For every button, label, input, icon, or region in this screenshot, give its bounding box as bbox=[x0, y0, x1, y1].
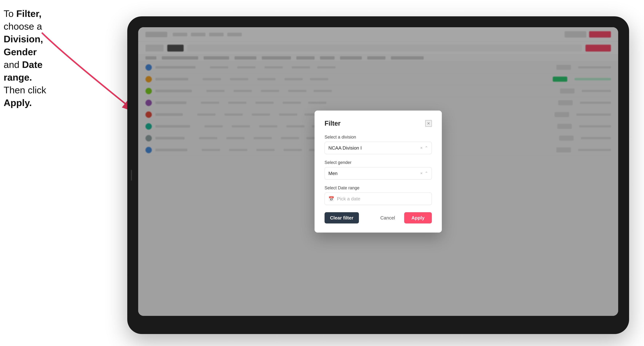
cancel-button[interactable]: Cancel bbox=[375, 212, 400, 223]
modal-actions-right: Cancel Apply bbox=[375, 212, 432, 223]
tablet-screen: Filter × Select a division NCAA Division… bbox=[138, 27, 618, 316]
calendar-icon: 📅 bbox=[328, 196, 334, 202]
instruction-text: To Filter, choose a Division, Gender and… bbox=[4, 7, 62, 109]
date-label: Select Date range bbox=[324, 185, 432, 190]
modal-overlay: Filter × Select a division NCAA Division… bbox=[138, 27, 618, 316]
division-form-group: Select a division NCAA Division I × ⌃ bbox=[324, 135, 432, 154]
division-label: Select a division bbox=[324, 135, 432, 140]
division-select-controls: × ⌃ bbox=[420, 146, 428, 150]
tablet-frame: Filter × Select a division NCAA Division… bbox=[127, 16, 629, 334]
modal-header: Filter × bbox=[324, 120, 432, 127]
date-input[interactable]: 📅 Pick a date bbox=[324, 193, 432, 205]
modal-actions: Clear filter Cancel Apply bbox=[324, 212, 432, 223]
gender-selected-value: Men bbox=[328, 171, 338, 176]
clear-filter-button[interactable]: Clear filter bbox=[324, 212, 359, 223]
division-chevron-icon[interactable]: ⌃ bbox=[425, 146, 428, 150]
division-select[interactable]: NCAA Division I × ⌃ bbox=[324, 142, 432, 154]
gender-label: Select gender bbox=[324, 160, 432, 165]
date-placeholder: Pick a date bbox=[337, 196, 360, 202]
instruction-bold-line: Division, Gender bbox=[4, 34, 43, 57]
gender-clear-icon[interactable]: × bbox=[420, 171, 422, 176]
gender-chevron-icon[interactable]: ⌃ bbox=[425, 171, 428, 176]
gender-select[interactable]: Men × ⌃ bbox=[324, 167, 432, 179]
gender-form-group: Select gender Men × ⌃ bbox=[324, 160, 432, 179]
gender-select-controls: × ⌃ bbox=[420, 171, 428, 176]
apply-button[interactable]: Apply bbox=[404, 212, 432, 223]
date-form-group: Select Date range 📅 Pick a date bbox=[324, 185, 432, 205]
filter-modal: Filter × Select a division NCAA Division… bbox=[314, 111, 442, 233]
division-selected-value: NCAA Division I bbox=[328, 145, 362, 151]
modal-title: Filter bbox=[324, 120, 340, 127]
modal-close-button[interactable]: × bbox=[425, 120, 432, 127]
division-clear-icon[interactable]: × bbox=[420, 146, 422, 150]
